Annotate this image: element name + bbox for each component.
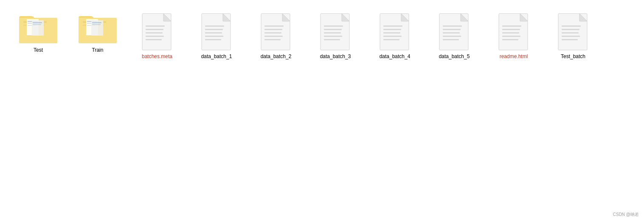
test-batch-file-icon	[557, 13, 589, 51]
svg-rect-57	[383, 25, 402, 27]
svg-rect-83	[562, 32, 579, 34]
svg-rect-42	[264, 29, 282, 30]
train-folder-label: Train	[92, 47, 104, 53]
svg-rect-33	[205, 25, 224, 27]
svg-rect-52	[324, 36, 342, 37]
svg-rect-51	[324, 32, 341, 34]
svg-rect-27	[146, 32, 163, 34]
readme-html-file-label: readme.html	[500, 53, 528, 59]
svg-rect-65	[443, 25, 462, 27]
svg-rect-75	[502, 32, 519, 34]
svg-rect-35	[205, 32, 222, 34]
data-batch-4-file-icon	[379, 13, 411, 51]
svg-rect-37	[205, 39, 221, 40]
svg-rect-58	[383, 29, 401, 30]
data-batch-1-file-label: data_batch_1	[201, 53, 232, 59]
svg-rect-44	[264, 36, 283, 37]
data-batch-2-file[interactable]: data_batch_2	[246, 8, 306, 64]
train-folder[interactable]: Train	[68, 8, 127, 57]
test-folder-label: Test	[34, 47, 43, 53]
svg-rect-28	[146, 36, 164, 37]
svg-rect-81	[562, 25, 581, 27]
batches-meta-file-label: batches.meta	[142, 53, 172, 59]
svg-rect-77	[502, 39, 518, 40]
test-folder-icon	[19, 13, 57, 45]
svg-rect-43	[264, 32, 281, 34]
desktop: Test Train	[0, 0, 644, 221]
svg-rect-59	[383, 32, 400, 34]
svg-rect-20	[92, 22, 101, 23]
svg-rect-10	[33, 24, 41, 25]
svg-rect-73	[502, 25, 521, 27]
svg-rect-36	[205, 36, 223, 37]
svg-rect-50	[324, 29, 342, 30]
svg-rect-69	[443, 39, 459, 40]
svg-rect-25	[146, 25, 165, 27]
data-batch-3-file-icon	[320, 13, 352, 51]
data-batch-1-file-icon	[201, 13, 233, 51]
batches-meta-file-icon	[141, 13, 173, 51]
svg-rect-67	[443, 32, 460, 34]
svg-rect-61	[383, 39, 399, 40]
test-batch-file[interactable]: Test_batch	[543, 8, 603, 64]
data-batch-4-file-label: data_batch_4	[380, 53, 411, 59]
svg-rect-34	[205, 29, 223, 30]
svg-rect-53	[324, 39, 340, 40]
data-batch-5-file-icon	[439, 13, 470, 51]
watermark: CSDN @呐若	[613, 212, 639, 218]
svg-rect-49	[324, 25, 343, 27]
file-grid: Test Train	[8, 8, 636, 64]
svg-rect-29	[146, 39, 162, 40]
data-batch-4-file[interactable]: data_batch_4	[365, 8, 425, 64]
batches-meta-file[interactable]: batches.meta	[127, 8, 187, 64]
svg-rect-21	[92, 24, 101, 25]
readme-html-file[interactable]: readme.html	[484, 8, 543, 64]
svg-rect-74	[502, 29, 520, 30]
test-batch-file-label: Test_batch	[561, 53, 585, 59]
train-folder-icon	[79, 13, 117, 45]
svg-rect-66	[443, 29, 461, 30]
data-batch-3-file[interactable]: data_batch_3	[306, 8, 365, 64]
data-batch-3-file-label: data_batch_3	[320, 53, 351, 59]
svg-rect-41	[264, 25, 284, 27]
test-folder[interactable]: Test	[8, 8, 68, 57]
data-batch-2-file-icon	[260, 13, 292, 51]
svg-rect-76	[502, 36, 520, 37]
data-batch-1-file[interactable]: data_batch_1	[187, 8, 246, 64]
data-batch-2-file-label: data_batch_2	[261, 53, 292, 59]
svg-rect-82	[562, 29, 579, 30]
data-batch-5-file-label: data_batch_5	[439, 53, 470, 59]
svg-rect-85	[562, 39, 578, 40]
svg-rect-9	[33, 22, 42, 23]
data-batch-5-file[interactable]: data_batch_5	[425, 8, 484, 64]
svg-rect-84	[562, 36, 580, 37]
readme-html-file-icon	[498, 13, 530, 51]
svg-rect-68	[443, 36, 461, 37]
svg-rect-45	[264, 39, 281, 40]
svg-rect-26	[146, 29, 163, 30]
svg-rect-60	[383, 36, 402, 37]
